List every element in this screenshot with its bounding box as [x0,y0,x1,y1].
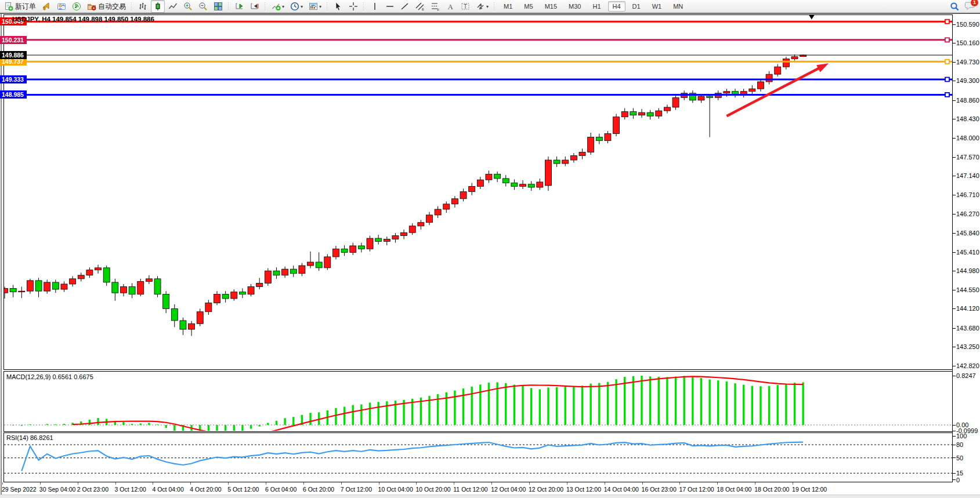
line-handle[interactable] [945,77,949,81]
chart-window[interactable]: 150.590150.160149.730149.300148.860148.4… [0,0,980,498]
line-handle[interactable] [945,93,949,97]
rsi-indicator-label: RSI(14) 86.8261 [6,434,53,441]
chart-title: USDJPY, H4 149.854 149.898 149.850 149.8… [12,16,154,23]
line-handle[interactable] [945,38,949,42]
window-menu-icon[interactable]: ▼ [3,16,8,21]
chart-canvas[interactable] [0,0,980,498]
line-handle[interactable] [945,20,949,24]
line-handle[interactable] [945,60,949,64]
macd-indicator-label: MACD(12,26,9) 0.6561 0.6675 [6,373,93,380]
window-bottom-strip [0,495,980,498]
mt4-terminal: 新订单 自动交易 [0,0,980,498]
